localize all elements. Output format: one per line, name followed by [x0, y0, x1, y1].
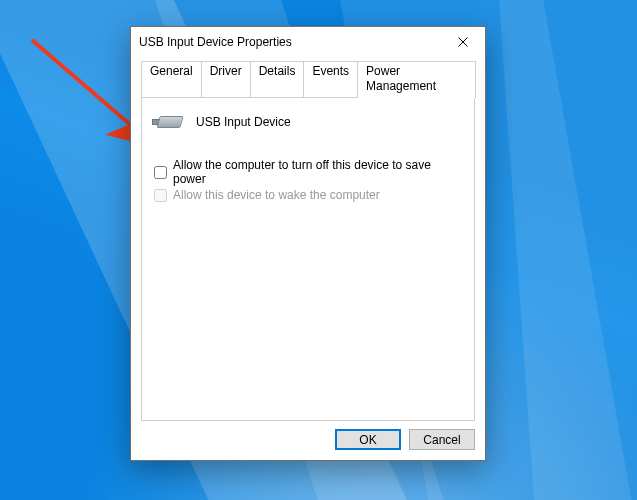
tab-events[interactable]: Events — [303, 61, 358, 97]
tab-driver[interactable]: Driver — [201, 61, 251, 97]
tab-strip: General Driver Details Events Power Mana… — [141, 61, 475, 97]
dialog-client-area: General Driver Details Events Power Mana… — [131, 57, 485, 460]
dialog-title: USB Input Device Properties — [139, 35, 443, 49]
tab-general[interactable]: General — [141, 61, 202, 97]
close-button[interactable] — [443, 28, 483, 56]
allow-turn-off-row: Allow the computer to turn off this devi… — [154, 158, 462, 186]
title-bar[interactable]: USB Input Device Properties — [131, 27, 485, 57]
cancel-button[interactable]: Cancel — [409, 429, 475, 450]
ok-button[interactable]: OK — [335, 429, 401, 450]
device-header: USB Input Device — [154, 110, 462, 134]
allow-wake-checkbox — [154, 189, 167, 202]
allow-wake-row: Allow this device to wake the computer — [154, 188, 462, 202]
close-icon — [458, 37, 468, 47]
properties-dialog: USB Input Device Properties General Driv… — [130, 26, 486, 461]
tab-power-management[interactable]: Power Management — [357, 61, 476, 98]
tab-panel-power-management: USB Input Device Allow the computer to t… — [141, 97, 475, 421]
device-name-label: USB Input Device — [196, 115, 291, 129]
dialog-button-row: OK Cancel — [141, 421, 475, 450]
allow-wake-label: Allow this device to wake the computer — [173, 188, 380, 202]
allow-turn-off-checkbox[interactable] — [154, 166, 167, 179]
allow-turn-off-label[interactable]: Allow the computer to turn off this devi… — [173, 158, 462, 186]
usb-device-icon — [154, 110, 186, 134]
tab-details[interactable]: Details — [250, 61, 305, 97]
